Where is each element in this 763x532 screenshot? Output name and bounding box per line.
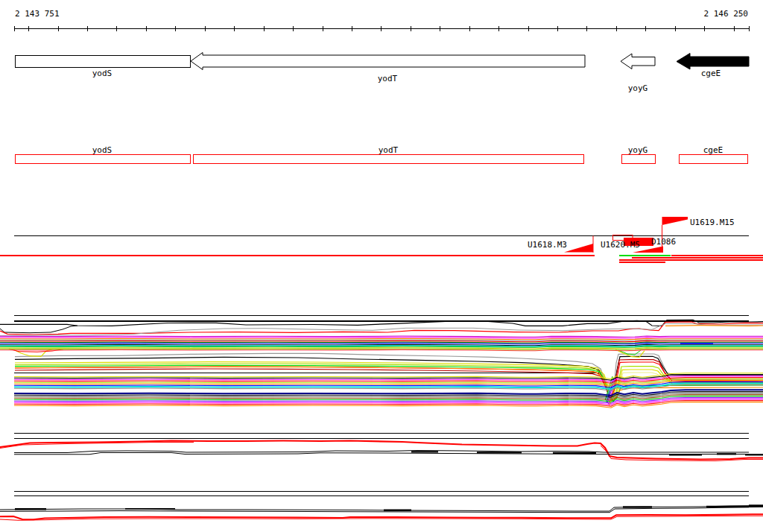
gene-arrow-yoyG[interactable] — [621, 54, 655, 69]
orf-box-track: yodSyodTyoyGcgeE — [15, 145, 747, 164]
feature-wedge-U1618.M3[interactable] — [564, 244, 593, 253]
profile-line — [0, 336, 763, 337]
ruler-start-coordinate: 2 143 751 — [15, 9, 60, 19]
gene-arrow-yodT[interactable] — [191, 53, 585, 70]
gene-label-yodT: yodT — [378, 74, 398, 83]
profile-line — [14, 453, 749, 455]
orf-label-yodT: yodT — [379, 145, 399, 155]
orf-label-yoyG: yoyG — [628, 145, 648, 155]
panel-expression-middle — [0, 433, 763, 460]
gene-label-cgeE: cgeE — [701, 69, 721, 78]
gene-arrow-cgeE[interactable] — [677, 54, 749, 70]
profile-line — [0, 441, 763, 460]
orf-label-cgeE: cgeE — [703, 145, 724, 155]
panel-expression-upper — [0, 315, 763, 408]
orf-box-yodT[interactable] — [193, 154, 583, 163]
feature-wedge-U1619.M15[interactable] — [662, 217, 688, 225]
gene-arrow-track: yodSyodTyoyGcgeE — [15, 53, 749, 94]
genome-view-canvas: 2 143 751 2 146 250 yodSyodTyoyGcgeE yod… — [0, 0, 763, 532]
orf-box-yoyG[interactable] — [621, 154, 655, 163]
feature-label-U1620.M5: U1620.M5 — [601, 240, 640, 250]
orf-box-cgeE[interactable] — [679, 154, 747, 163]
expression-profile-plots — [0, 315, 763, 520]
genome-browser-window: 2 143 751 2 146 250 yodSyodTyoyGcgeE yod… — [0, 0, 763, 532]
orf-box-yodS[interactable] — [15, 154, 190, 163]
profile-line — [0, 343, 763, 343]
feature-label-D1086: D1086 — [651, 237, 676, 247]
signal-feature-track: U1618.M3U1620.M5D1086U1619.M15 — [0, 217, 763, 262]
profile-line — [0, 326, 77, 333]
feature-label-U1619.M15: U1619.M15 — [690, 218, 735, 227]
orf-label-yodS: yodS — [92, 145, 113, 155]
profile-line — [665, 326, 763, 326]
profile-line — [0, 349, 763, 350]
gene-arrow-yodS[interactable] — [15, 55, 190, 67]
profile-line — [0, 338, 763, 338]
feature-label-U1618.M3: U1618.M3 — [528, 240, 567, 250]
ruler-end-coordinate: 2 146 250 — [703, 9, 748, 19]
gene-label-yoyG: yoyG — [628, 83, 648, 93]
profile-line — [0, 346, 763, 347]
gene-label-yodS: yodS — [92, 69, 113, 78]
coordinate-ruler: 2 143 751 2 146 250 — [14, 9, 749, 31]
panel-expression-lower — [0, 491, 763, 520]
